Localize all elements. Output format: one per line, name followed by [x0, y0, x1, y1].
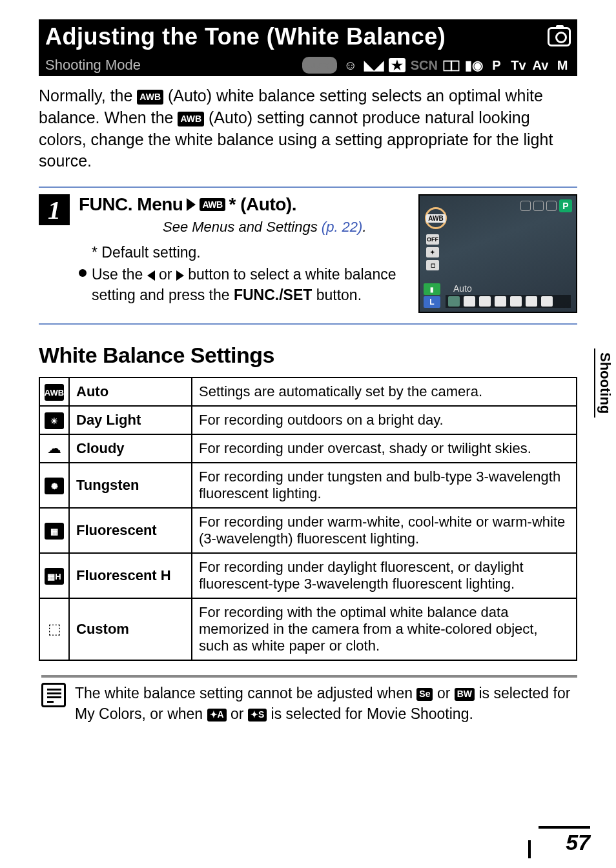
wb-desc-cell: For recording with the optimal white bal… [192, 598, 577, 660]
wb-desc-cell: Settings are automatically set by the ca… [192, 378, 577, 406]
step-number: 1 [39, 194, 70, 225]
table-row: ☀Day LightFor recording outdoors on a br… [39, 406, 577, 434]
mode-tv-icon: Tv [510, 57, 527, 74]
default-setting-text: * Default setting. [92, 242, 201, 263]
table-row: ▦FluorescentFor recording under warm-whi… [39, 508, 577, 553]
movie-swap-icon: ✦S [248, 709, 267, 722]
wb-name-cell: Cloudy [69, 434, 192, 463]
wb-name-cell: Day Light [69, 406, 192, 434]
lcd-l-chip: L [424, 296, 440, 308]
lcd-mode-p-icon: P [559, 199, 572, 212]
note-text: The white balance setting cannot be adju… [75, 683, 577, 724]
wb-icon-cell: ✺ [39, 463, 69, 508]
lcd-green-chip: ▮ [424, 283, 440, 295]
wb-mode-icon: AWB [45, 384, 64, 401]
movie-accent-icon: ✦A [207, 709, 227, 722]
lcd-chip: ✦ [426, 247, 439, 257]
shooting-mode-bar: Shooting Mode AUTO ☺ ◣◢ ★ SCN ⎕⎕ ▮◉ P Tv… [39, 54, 577, 76]
title-bar: Adjusting the Tone (White Balance) [39, 19, 577, 54]
wb-mode-icon: ☁ [45, 440, 64, 457]
lcd-corner: ▮ L [424, 283, 440, 308]
lcd-icon [520, 201, 531, 211]
intro-paragraph: Normally, the AWB (Auto) white balance s… [39, 85, 577, 172]
step-1: 1 FUNC. Menu AWB * (Auto). See Menus and… [39, 187, 577, 325]
func-set-label: FUNC./SET [234, 287, 312, 303]
lcd-wb-option-icon [479, 296, 491, 307]
wb-mode-icon: ✺ [45, 478, 64, 494]
lcd-chip: ◻ [426, 260, 439, 270]
mode-stitch-icon: ⎕⎕ [443, 57, 460, 74]
mode-portrait-icon: ☺ [342, 57, 359, 74]
white-balance-table: AWBAutoSettings are automatically set by… [39, 377, 577, 661]
see-menus-link: (p. 22) [322, 219, 363, 235]
wb-desc-cell: For recording under overcast, shady or t… [192, 434, 577, 463]
mode-p-icon: P [488, 57, 505, 74]
bullet-p1: Use the [92, 266, 147, 283]
wb-desc-cell: For recording under daylight fluorescent… [192, 553, 577, 598]
camera-lcd-preview: P AWB OFF ✦ ◻ Auto ▮ L [418, 194, 577, 313]
bullet-icon [79, 269, 87, 277]
wb-name-cell: Fluorescent [69, 508, 192, 553]
mode-movie-icon: ▮◉ [465, 57, 483, 74]
wb-mode-icon: ☀ [45, 412, 64, 429]
lcd-wb-option-icon [541, 296, 553, 307]
bullet-text: Use the or button to select a white bala… [92, 264, 403, 305]
lcd-awb-chip: AWB [426, 214, 445, 223]
bullet-p4: button. [316, 287, 362, 303]
section-heading: White Balance Settings [39, 343, 577, 368]
table-row: ✺TungstenFor recording under tungsten an… [39, 463, 577, 508]
lcd-wb-option-icon [464, 296, 475, 307]
mode-scn-icon: SCN [411, 57, 438, 74]
note-p5: is selected for Movie Shooting. [271, 705, 473, 722]
table-row: ⬚CustomFor recording with the optimal wh… [39, 598, 577, 660]
camera-icon [548, 27, 571, 46]
wb-name-cell: Auto [69, 378, 192, 406]
table-row: ▦HFluorescent HFor recording under dayli… [39, 553, 577, 598]
note-icon [41, 683, 66, 707]
bullet-p2: or [159, 266, 176, 283]
page-number: 57 [539, 826, 590, 855]
wb-desc-cell: For recording under tungsten and bulb-ty… [192, 463, 577, 508]
wb-name-cell: Fluorescent H [69, 553, 192, 598]
wb-name-cell: Tungsten [69, 463, 192, 508]
wb-name-cell: Custom [69, 598, 192, 660]
lcd-selection-circle: AWB [425, 207, 447, 229]
mode-strip: AUTO ☺ ◣◢ ★ SCN ⎕⎕ ▮◉ P Tv Av M [302, 57, 571, 74]
wb-icon-cell: ⬚ [39, 598, 69, 660]
step-title-suffix: * (Auto). [229, 194, 296, 215]
table-row: ☁CloudyFor recording under overcast, sha… [39, 434, 577, 463]
right-arrow-icon [176, 270, 184, 281]
mycolors-bw-icon: BW [455, 688, 475, 701]
lcd-bottom-row [446, 295, 571, 308]
awb-icon: AWB [137, 90, 163, 105]
lcd-wb-option-icon [495, 296, 506, 307]
side-tab: Shooting [594, 348, 616, 418]
lcd-wb-option-icon [510, 296, 522, 307]
see-menus: See Menus and Settings (p. 22). [163, 219, 403, 236]
see-menus-text: See Menus and Settings [163, 219, 322, 235]
mode-night-icon: ★ [389, 58, 406, 72]
lcd-wb-option-icon [526, 296, 537, 307]
shooting-mode-label: Shooting Mode [45, 57, 141, 74]
triangle-right-icon [187, 198, 196, 211]
wb-desc-cell: For recording under warm-white, cool-whi… [192, 508, 577, 553]
wb-mode-icon: ▦H [45, 568, 64, 585]
wb-icon-cell: ▦H [39, 553, 69, 598]
wb-mode-icon: ▦ [45, 523, 64, 540]
lcd-wb-option-icon [448, 296, 460, 307]
left-arrow-icon [147, 270, 155, 281]
mode-m-icon: M [554, 57, 571, 74]
mode-auto-icon: AUTO [302, 57, 337, 74]
intro-text-1: Normally, the [39, 86, 137, 105]
note-p4: or [231, 705, 248, 722]
lcd-top-icons: P [520, 199, 572, 212]
step-list: * Default setting. Use the or button to … [79, 242, 403, 306]
wb-icon-cell: ☀ [39, 406, 69, 434]
mycolors-sepia-icon: Se [416, 688, 433, 701]
lcd-off-chip: OFF [426, 234, 439, 245]
default-setting-note: * Default setting. [79, 242, 403, 263]
step-body: FUNC. Menu AWB * (Auto). See Menus and S… [79, 194, 577, 313]
wb-mode-icon: ⬚ [45, 621, 64, 638]
page-title: Adjusting the Tone (White Balance) [45, 23, 540, 50]
step-bullet: Use the or button to select a white bala… [79, 264, 403, 305]
